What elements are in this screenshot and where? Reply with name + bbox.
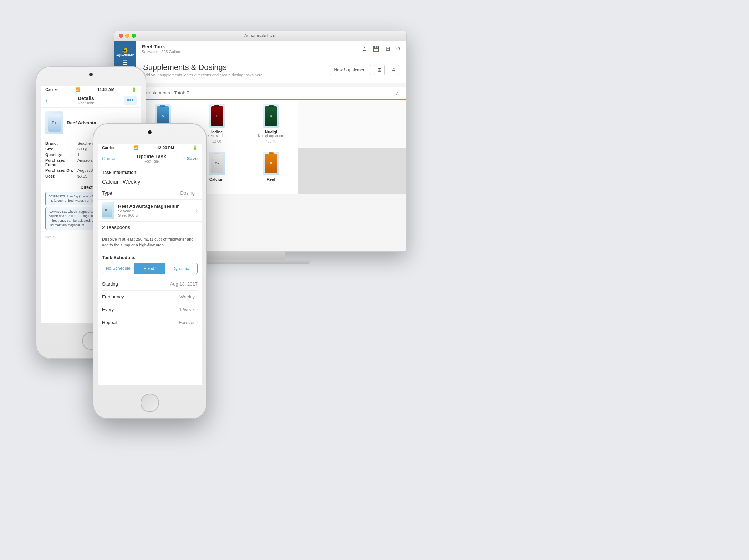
detail-product-name: Reef Advanta...: [67, 120, 100, 125]
wifi-icon-back: 📶: [75, 87, 80, 92]
supplements-header: Supplements & Dosings Add your supplemen…: [136, 57, 406, 83]
bottle-nualgi: N: [265, 106, 277, 126]
brand-value: Seachem: [77, 141, 94, 145]
supplement-card-reef[interactable]: R Reef: [244, 148, 298, 194]
supplement-image-iodine: I: [209, 104, 225, 128]
wifi-icon-front: 📶: [133, 145, 138, 150]
dosage: 2 Teaspoons: [98, 222, 202, 233]
purchased-from-label: Purchased From:: [45, 158, 77, 167]
supplement-brand-nualgi: Nualgi Aquarium: [258, 134, 284, 138]
more-button-back[interactable]: •••: [124, 96, 137, 105]
monitor-icon[interactable]: 🖥: [361, 46, 367, 52]
iphone-front-camera: [148, 130, 152, 134]
schedule-title: Task Schedule:: [102, 255, 198, 260]
tab-no-schedule[interactable]: No Schedule: [102, 263, 134, 274]
update-task-nav-title: Update Task Reef Tank: [137, 154, 166, 163]
grid-view-button[interactable]: ⊞: [374, 65, 385, 75]
time-front: 12:00 PM: [157, 145, 174, 150]
brand-label: Brand:: [45, 141, 77, 145]
supplements-count: Supplements - Total: 7: [143, 90, 189, 96]
frequency-label: Frequency: [102, 294, 124, 299]
collapse-icon[interactable]: ∧: [396, 90, 399, 96]
supplement-name-reef: Reef: [267, 177, 275, 181]
product-image: R+: [102, 202, 114, 219]
tank-subtitle: Saltwater · 225 Gallon: [142, 50, 180, 54]
supplement-size-nualgi: 473 ml: [266, 139, 276, 143]
update-task-statusbar: Carrier 📶 12:00 PM 🔋: [98, 144, 202, 151]
type-chevron: ›: [196, 190, 198, 195]
details-title: Details: [78, 96, 94, 101]
window-title: Aquarimate Live!: [244, 33, 276, 38]
aquarimate-logo: 🐠 AQUARIMATE: [115, 45, 136, 59]
print-button[interactable]: 🖨: [388, 65, 399, 75]
bottle-iodine: I: [211, 106, 223, 126]
product-size: Size: 600 g: [118, 213, 196, 217]
size-label: Size:: [45, 147, 77, 151]
cancel-button[interactable]: Cancel: [102, 156, 116, 161]
starting-label: Starting: [102, 281, 118, 287]
schedule-section: Task Schedule: No Schedule Fixed1 Dynami…: [98, 251, 202, 331]
type-label: Type: [102, 190, 112, 196]
save-icon[interactable]: 💾: [373, 45, 380, 52]
repeat-row[interactable]: Repeat Forever ›: [102, 316, 198, 329]
starting-row: Starting Aug 13, 2017: [102, 278, 198, 291]
supplement-size-iodine: 12 Oz: [212, 139, 222, 143]
starting-value: Aug 13, 2017: [170, 281, 198, 287]
every-chevron: ›: [196, 307, 198, 312]
tab-fixed[interactable]: Fixed1: [134, 263, 166, 274]
qty-label: Quantity:: [45, 153, 77, 157]
schedule-tabs: No Schedule Fixed1 Dynamic2: [102, 263, 198, 274]
supplement-image-calcium: Ca: [209, 152, 225, 175]
mac-window-controls: [119, 34, 136, 38]
supplements-title: Supplements & Dosings: [143, 63, 264, 72]
supplement-name-iodine: Iodine: [211, 130, 223, 134]
close-button[interactable]: [119, 34, 123, 38]
task-info-section-title: Task Information:: [98, 166, 202, 176]
tank-name: Reef Tank: [142, 44, 180, 50]
carrier-front: Carrier: [102, 145, 115, 150]
every-row[interactable]: Every 1 Week ›: [102, 303, 198, 316]
size-value: 600 g: [77, 147, 87, 151]
supplement-card-5[interactable]: [352, 100, 406, 148]
supplement-card-4[interactable]: [298, 100, 352, 148]
frequency-row[interactable]: Frequency Weekly ›: [102, 291, 198, 303]
maximize-button[interactable]: [132, 34, 136, 38]
grid-icon[interactable]: ⊞: [386, 45, 390, 52]
hamburger-icon[interactable]: ☰: [123, 59, 128, 66]
battery-icon-front: 🔋: [193, 145, 198, 150]
tab-dynamic[interactable]: Dynamic2: [165, 263, 197, 274]
product-row[interactable]: R+ Reef Advantage Magnesium Seachem Size…: [98, 200, 202, 222]
type-row[interactable]: Type Dosing ›: [98, 187, 202, 200]
new-supplement-button[interactable]: New Supplement: [330, 65, 371, 75]
mac-titlebar: Aquarimate Live!: [114, 31, 406, 41]
home-button-front[interactable]: [141, 394, 159, 412]
frequency-value: Weekly ›: [180, 294, 198, 299]
supplement-card-nualgi[interactable]: N Nualgi Nualgi Aquarium 473 ml: [244, 100, 298, 148]
time-back: 11:53 AM: [97, 87, 114, 92]
repeat-value: Forever ›: [179, 320, 198, 325]
detail-product-image: R+: [45, 111, 63, 134]
supplement-name-nualgi: Nualgi: [265, 130, 277, 134]
iphone-front: Carrier 📶 12:00 PM 🔋 Cancel Update Task …: [93, 123, 207, 419]
product-brand: Seachem: [118, 209, 196, 213]
battery-icon-back: 🔋: [132, 87, 137, 92]
logo-fish-icon: 🐠: [122, 47, 128, 53]
frequency-chevron: ›: [196, 294, 198, 299]
repeat-label: Repeat: [102, 320, 117, 325]
refresh-icon[interactable]: ↺: [396, 45, 401, 52]
carrier-label: Carrier: [45, 87, 58, 92]
iphone-back-camera: [89, 73, 93, 76]
product-info: Reef Advantage Magnesium Seachem Size: 6…: [118, 204, 196, 217]
back-button-back[interactable]: ‹: [45, 96, 48, 104]
description: Dissolve in at least 250 mL (1 cup) of f…: [98, 233, 202, 251]
bottle-1: A: [157, 106, 169, 126]
supplement-brand-iodine: Kent Marine: [207, 134, 226, 138]
iphone-back-nav-title: Details Reef Tank: [78, 96, 94, 105]
update-task-navbar: Cancel Update Task Reef Tank Save: [98, 151, 202, 166]
save-button[interactable]: Save: [187, 156, 198, 161]
update-task-subtitle: Reef Tank: [137, 159, 166, 163]
minimize-button[interactable]: [125, 34, 129, 38]
supplement-image-reef: R: [263, 152, 279, 175]
bottle-reef: R: [265, 154, 277, 173]
product-name: Reef Advantage Magnesium: [118, 204, 196, 209]
